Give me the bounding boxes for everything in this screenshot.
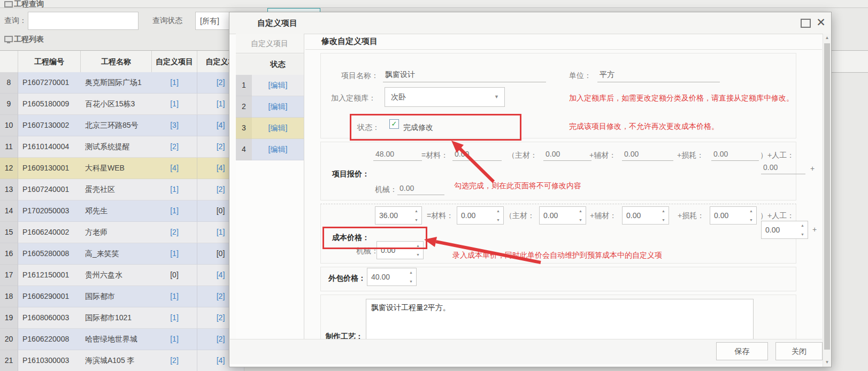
outsource-price-label: 外包价格： (328, 274, 366, 283)
project-list-title: 工程列表 (14, 35, 44, 44)
cost-machine-spinner[interactable]: 0.00 (377, 241, 424, 259)
custom-items-link[interactable]: [2] (152, 350, 197, 371)
dialog-scrollbar[interactable] (823, 34, 831, 367)
spinner-arrows-icon[interactable] (660, 207, 667, 223)
project-code-cell[interactable]: P1610140004 (18, 136, 85, 158)
project-code-cell[interactable]: P1609130001 (18, 158, 85, 179)
custom-items-link[interactable]: [1] (152, 179, 197, 200)
cost-labor-spinner[interactable]: 0.00 (761, 221, 808, 239)
project-name-cell[interactable]: 大科星WEB (81, 158, 156, 179)
project-code-cell[interactable]: P1612150001 (18, 265, 85, 286)
spinner-arrows-icon[interactable] (799, 222, 806, 238)
spinner-arrows-icon[interactable] (408, 269, 414, 285)
project-code-cell[interactable]: P1605280008 (18, 243, 85, 265)
query-input[interactable] (28, 12, 139, 30)
quote-labor-field[interactable]: 0.00 (761, 163, 805, 174)
project-name-cell[interactable]: 北京三环路85号 (81, 115, 156, 136)
edit-link[interactable]: [编辑] (252, 75, 304, 96)
scroll-up-icon[interactable] (823, 34, 831, 42)
close-button[interactable]: 关闭 (775, 342, 823, 360)
scroll-down-icon[interactable] (823, 358, 831, 367)
spinner-arrows-icon[interactable] (495, 207, 502, 223)
spinner-arrows-icon[interactable] (577, 207, 584, 223)
row-number: 13 (0, 179, 18, 200)
project-name-cell[interactable]: 测试系统提醒 (81, 136, 156, 158)
maximize-icon[interactable] (801, 19, 811, 28)
project-query-title: 工程查询 (14, 0, 44, 8)
project-name-cell[interactable]: 百花小区15栋3 (81, 94, 156, 115)
project-name-cell[interactable]: 哈密绿地世界城 (81, 329, 156, 350)
project-code-cell[interactable]: P1607270001 (18, 72, 85, 94)
project-code-cell[interactable]: P1606240002 (18, 222, 85, 243)
project-name-cell[interactable]: 贵州六盘水 (81, 265, 156, 286)
quote-total-field[interactable]: 48.00 (373, 150, 422, 161)
custom-items-link[interactable]: [1] (152, 307, 197, 329)
custom-items-link[interactable]: [1] (152, 243, 197, 265)
quote-machine-field[interactable]: 0.00 (397, 184, 444, 195)
quote-aux-field[interactable]: 0.00 (622, 150, 673, 161)
project-code-cell[interactable]: P1610300003 (18, 350, 85, 371)
close-icon[interactable] (815, 16, 827, 29)
custom-items-link[interactable]: [1] (152, 200, 197, 222)
cost-loss-spinner[interactable]: 0.00 (710, 206, 757, 225)
status-checkbox-label: 完成修改 (403, 123, 433, 133)
project-code-cell[interactable]: P1605180009 (18, 94, 85, 115)
spinner-arrows-icon[interactable] (414, 242, 421, 258)
status-checkbox[interactable] (389, 119, 399, 129)
project-name-cell[interactable]: 方老师 (81, 222, 156, 243)
custom-items-link[interactable]: [3] (152, 115, 197, 136)
save-button[interactable]: 保存 (716, 342, 768, 360)
cost-aux-value: 0.00 (626, 207, 641, 224)
project-name-cell[interactable]: 海滨城A105 李 (81, 350, 156, 371)
custom-items-link: [0] (152, 265, 197, 286)
project-code-cell[interactable]: P1606220008 (18, 329, 85, 350)
quote-material-field[interactable]: 0.00 (452, 150, 502, 161)
cost-main-spinner[interactable]: 0.00 (539, 206, 586, 225)
unit-field[interactable]: 平方 (597, 70, 720, 82)
custom-items-link[interactable]: [2] (152, 136, 197, 158)
edit-link[interactable]: [编辑] (252, 139, 304, 160)
project-code-cell[interactable]: P1607240001 (18, 179, 85, 200)
project-name-field[interactable]: 飘窗设计 (383, 70, 546, 82)
edit-link[interactable]: [编辑] (252, 96, 304, 118)
custom-items-header[interactable]: 自定义项目 (152, 51, 197, 72)
custom-items-link[interactable]: [4] (152, 158, 197, 179)
project-name-cell[interactable]: 邓先生 (81, 200, 156, 222)
cost-material-spinner[interactable]: 0.00 (457, 206, 504, 225)
cost-aux-spinner[interactable]: 0.00 (622, 206, 669, 225)
status-column-header[interactable]: 状态 (252, 54, 304, 75)
edit-link[interactable]: [编辑] (252, 118, 304, 139)
project-code-cell[interactable]: P1702050003 (18, 200, 85, 222)
project-code-cell[interactable]: P1608060003 (18, 307, 85, 329)
project-code-cell[interactable]: P1607130002 (18, 115, 85, 136)
custom-items-link[interactable]: [1] (152, 72, 197, 94)
list-item[interactable]: 3[编辑] (236, 118, 304, 139)
project-name-cell[interactable]: 奥克斯国际广场1 (81, 72, 156, 94)
project-name-cell[interactable]: 国际都市 (81, 286, 156, 307)
project-name-header[interactable]: 工程名称 (81, 51, 152, 72)
custom-items-link[interactable]: [1] (152, 94, 197, 115)
custom-items-link[interactable]: [1] (152, 329, 197, 350)
list-row-number: 3 (236, 118, 252, 139)
cost-total-spinner[interactable]: 36.00 (375, 206, 422, 225)
custom-items-link[interactable]: [2] (152, 222, 197, 243)
custom-items-link[interactable]: [1] (152, 286, 197, 307)
scrollbar-thumb[interactable] (824, 43, 830, 350)
spinner-arrows-icon[interactable] (748, 207, 755, 223)
quota-library-dropdown[interactable]: 次卧 (385, 87, 505, 107)
list-item[interactable]: 4[编辑] (236, 139, 304, 160)
project-name-cell[interactable]: 国际都市1021 (81, 307, 156, 329)
project-name-cell[interactable]: 蛋壳社区 (81, 179, 156, 200)
spinner-arrows-icon[interactable] (413, 207, 420, 223)
project-name-cell[interactable]: 高_来笑笑 (81, 243, 156, 265)
list-item[interactable]: 1[编辑] (236, 75, 304, 96)
list-item[interactable]: 2[编辑] (236, 96, 304, 118)
form-heading: 修改自定义项目 (321, 36, 378, 47)
outsource-price-spinner[interactable]: 40.00 (367, 268, 417, 286)
quote-loss-field[interactable]: 0.00 (711, 150, 759, 161)
quote-main-field[interactable]: 0.00 (543, 150, 592, 161)
project-query-section-header: 工程查询 (0, 0, 868, 8)
project-code-cell[interactable]: P1606290001 (18, 286, 85, 307)
project-code-header[interactable]: 工程编号 (18, 51, 81, 72)
quota-note: 加入定额库后，如需更改定额分类及价格，请直接从定额库中修改。 (569, 94, 794, 103)
